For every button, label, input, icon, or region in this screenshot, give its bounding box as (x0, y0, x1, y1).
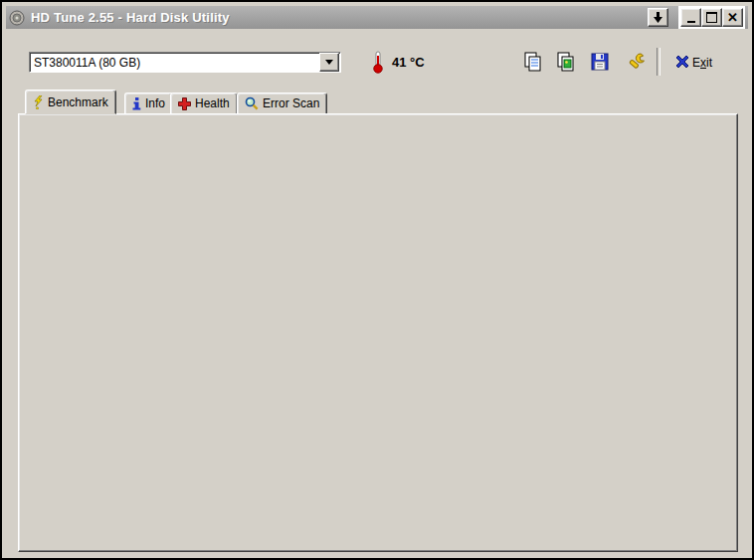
minimize-icon (687, 21, 695, 23)
exit-label[interactable]: Exit (692, 56, 712, 70)
tab-health[interactable]: Health (170, 93, 238, 114)
save-icon (589, 51, 611, 73)
drive-select-combobox[interactable]: ST380011A (80 GB) (29, 52, 341, 73)
drive-select-value: ST380011A (80 GB) (30, 56, 319, 70)
toolbar-separator (657, 48, 660, 76)
tab-info-label: Info (145, 96, 165, 110)
minimize-to-tray-button[interactable] (648, 8, 668, 27)
tab-benchmark[interactable]: Benchmark (25, 90, 116, 114)
copy-report-button[interactable] (521, 50, 545, 74)
tab-error-scan-label: Error Scan (263, 96, 319, 110)
copy-image-icon (555, 51, 577, 73)
benchmark-tab-page (18, 113, 738, 552)
window-title: HD Tune 2.55 - Hard Disk Utility (31, 10, 230, 25)
close-icon: ✕ (727, 11, 738, 24)
maximize-button[interactable] (701, 8, 722, 27)
exit-x-icon (674, 54, 690, 70)
copy-screenshot-button[interactable] (554, 50, 578, 74)
info-icon (132, 97, 141, 110)
tab-health-label: Health (195, 96, 230, 110)
chevron-down-icon (325, 60, 333, 65)
health-cross-icon (178, 97, 191, 110)
down-arrow-icon (654, 12, 662, 23)
maximize-icon (706, 12, 717, 23)
tab-error-scan[interactable]: Error Scan (237, 93, 327, 114)
drive-select-dropdown-button[interactable] (319, 53, 339, 72)
thermometer-icon (371, 50, 385, 74)
error-scan-magnifier-icon (245, 96, 259, 110)
close-button[interactable]: ✕ (722, 8, 743, 27)
app-icon (9, 10, 25, 26)
title-bar[interactable]: HD Tune 2.55 - Hard Disk Utility ✕ (6, 6, 748, 29)
minimize-button[interactable] (680, 8, 701, 27)
temperature-indicator (366, 50, 390, 74)
tab-info[interactable]: Info (124, 93, 173, 114)
window-buttons-group: ✕ (678, 6, 745, 29)
copy-text-icon (522, 51, 544, 73)
hdtune-window: HD Tune 2.55 - Hard Disk Utility ✕ ST380… (0, 0, 754, 560)
wrench-icon (626, 51, 648, 73)
exit-button[interactable] (670, 50, 694, 74)
tab-benchmark-label: Benchmark (48, 95, 108, 109)
temperature-value: 41 °C (392, 55, 425, 70)
save-button[interactable] (588, 50, 612, 74)
benchmark-lightning-icon (33, 95, 44, 109)
options-button[interactable] (625, 50, 649, 74)
